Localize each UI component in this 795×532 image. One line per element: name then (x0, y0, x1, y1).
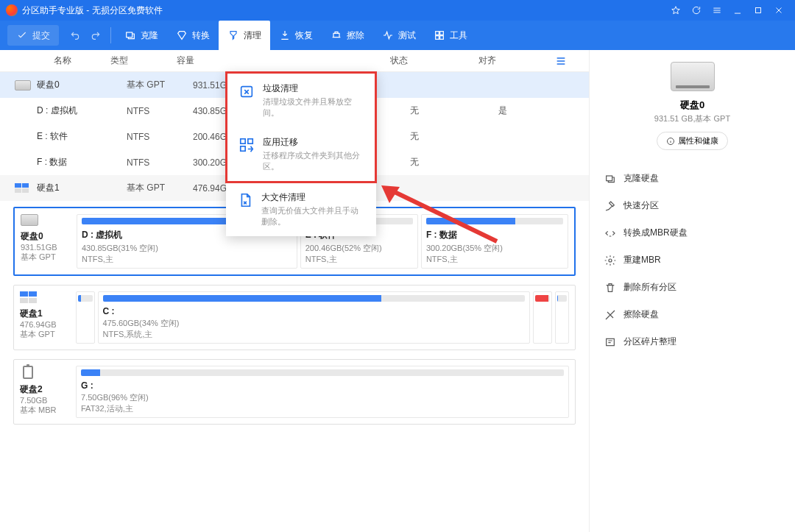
cell-name: D : 虚拟机 (37, 104, 127, 117)
tab-5[interactable]: 测试 (373, 21, 425, 50)
large-file-icon (236, 191, 254, 209)
minimize-icon[interactable] (727, 0, 748, 21)
action-3[interactable]: 重建MBR (601, 247, 783, 274)
undo-button[interactable] (65, 21, 85, 50)
trash-cleanup-icon (238, 82, 255, 100)
tab-6[interactable]: 工具 (425, 21, 476, 50)
svg-rect-9 (241, 146, 245, 151)
action-1[interactable]: 快速分区 (601, 192, 783, 219)
tab-0[interactable]: 克隆 (116, 21, 167, 50)
hdd-icon (15, 80, 31, 91)
partition-sub: 430.85GB(31% 空闲) (82, 244, 158, 252)
action-label: 转换成MBR硬盘 (623, 227, 688, 239)
partition-table: 垃圾清理清理垃圾文件并且释放空间。 应用迁移迁移程序或文件夹到其他分区。 大文件… (0, 72, 589, 201)
tab-label: 清理 (244, 29, 261, 42)
app-migrate-icon (238, 136, 255, 154)
tab-label: 恢复 (295, 29, 313, 42)
ssd-icon (15, 183, 29, 194)
svg-point-12 (609, 259, 612, 262)
partition-block[interactable]: G :7.50GB(96% 空闲)FAT32,活动,主 (76, 366, 569, 418)
disk-map-header: 硬盘27.50GB基本 MBR (20, 366, 70, 418)
menu-item-app-migrate[interactable]: 应用迁移迁移程序或文件夹到其他分区。 (227, 127, 375, 181)
tab-label: 擦除 (347, 29, 364, 42)
tab-3[interactable]: 恢复 (270, 21, 322, 50)
partition-sub: 200.46GB(52% 空闲) (305, 244, 382, 252)
submit-label: 提交 (32, 29, 50, 42)
cell-align: 是 (498, 104, 557, 117)
svg-rect-3 (440, 32, 444, 35)
svg-rect-1 (127, 32, 132, 38)
action-label: 擦除硬盘 (623, 308, 659, 321)
partition-fs: NTFS,系统,主 (103, 330, 153, 338)
partition-fs: NTFS,主 (82, 255, 113, 263)
tab-1[interactable]: 转换 (167, 21, 219, 50)
partition-fs: NTFS,主 (426, 255, 458, 263)
col-type: 类型 (110, 54, 177, 67)
cell-type: NTFS (127, 106, 193, 116)
partition-block[interactable]: C :475.60GB(34% 空闲)NTFS,系统,主 (98, 291, 531, 344)
separator (110, 27, 111, 43)
action-4[interactable]: 删除所有分区 (601, 274, 783, 301)
tab-label: 克隆 (141, 29, 158, 42)
action-6[interactable]: 分区碎片整理 (601, 328, 783, 355)
menu-item-title: 大文件清理 (261, 191, 366, 204)
tab-label: 测试 (398, 29, 416, 42)
maximize-icon[interactable] (748, 0, 768, 21)
menu-icon[interactable] (707, 0, 727, 21)
disk-map-area: 硬盘0931.51GB基本 GPTD : 虚拟机430.85GB(31% 空闲)… (0, 201, 589, 439)
view-toggle-icon[interactable] (555, 55, 567, 69)
svg-rect-4 (436, 36, 439, 40)
partition-sub: 475.60GB(34% 空闲) (103, 319, 180, 327)
cell-type: NTFS (127, 157, 193, 168)
disk-map[interactable]: 硬盘1476.94GB基本 GPT* :100...FAT...C :475.6… (13, 285, 576, 350)
svg-rect-5 (440, 36, 444, 40)
partition-sub: 7.50GB(96% 空闲) (81, 393, 149, 402)
close-icon[interactable] (768, 0, 789, 21)
ssd-icon (20, 291, 38, 303)
partition-block[interactable]: 8...N... (555, 291, 569, 344)
cell-type: NTFS (127, 132, 193, 142)
cell-name: E : 软件 (37, 130, 127, 143)
disk-icon (671, 62, 715, 91)
action-2[interactable]: 转换成MBR硬盘 (601, 219, 783, 247)
col-status: 状态 (390, 54, 478, 67)
action-label: 重建MBR (623, 254, 661, 266)
tab-4[interactable]: 擦除 (322, 21, 373, 50)
tab-label: 转换 (192, 29, 210, 42)
hdd-icon (21, 214, 38, 226)
svg-rect-11 (607, 176, 612, 181)
partition-block[interactable]: 672...NTFS... (533, 291, 552, 344)
menu-item-title: 应用迁移 (263, 136, 364, 149)
svg-rect-13 (607, 338, 615, 345)
partition-block[interactable]: F : 数据300.20GB(35% 空闲)NTFS,主 (421, 214, 568, 269)
submit-button[interactable]: 提交 (7, 25, 59, 46)
disk-map[interactable]: 硬盘27.50GB基本 MBRG :7.50GB(96% 空闲)FAT32,活动… (13, 359, 576, 425)
action-5[interactable]: 擦除硬盘 (601, 301, 783, 328)
action-label: 分区碎片整理 (623, 336, 676, 348)
partition-block[interactable]: * :100...FAT... (76, 291, 95, 344)
svg-rect-2 (436, 32, 439, 35)
cell-type: 基本 GPT (127, 182, 193, 194)
action-0[interactable]: 克隆硬盘 (601, 165, 783, 192)
right-panel: 硬盘0 931.51 GB,基本 GPT 属性和健康 克隆硬盘快速分区转换成MB… (589, 50, 795, 532)
usb-icon (23, 366, 33, 379)
tab-2[interactable]: 清理 (219, 21, 270, 50)
cell-type: 基本 GPT (127, 79, 193, 91)
star-icon[interactable] (665, 0, 686, 21)
action-label: 删除所有分区 (623, 281, 676, 294)
col-cap: 容量 (177, 54, 243, 67)
action-label: 克隆硬盘 (623, 172, 659, 185)
action-label: 快速分区 (623, 199, 659, 212)
menu-item-large-file-cleanup[interactable]: 大文件清理查询无价值大文件并且手动删除。 (226, 182, 376, 236)
menu-item-desc: 清理垃圾文件并且释放空间。 (263, 96, 364, 118)
table-header: 名称 类型 容量 状态 对齐 (0, 50, 589, 72)
app-logo (6, 4, 18, 16)
menu-item-desc: 查询无价值大文件并且手动删除。 (261, 205, 366, 227)
menu-item-junk-cleanup[interactable]: 垃圾清理清理垃圾文件并且释放空间。 (227, 74, 375, 127)
refresh-icon[interactable] (686, 0, 707, 21)
partition-sub: 300.20GB(35% 空闲) (426, 244, 503, 252)
redo-button[interactable] (85, 21, 106, 50)
svg-rect-7 (241, 139, 245, 143)
properties-button[interactable]: 属性和健康 (657, 132, 728, 150)
tab-label: 工具 (450, 29, 467, 42)
